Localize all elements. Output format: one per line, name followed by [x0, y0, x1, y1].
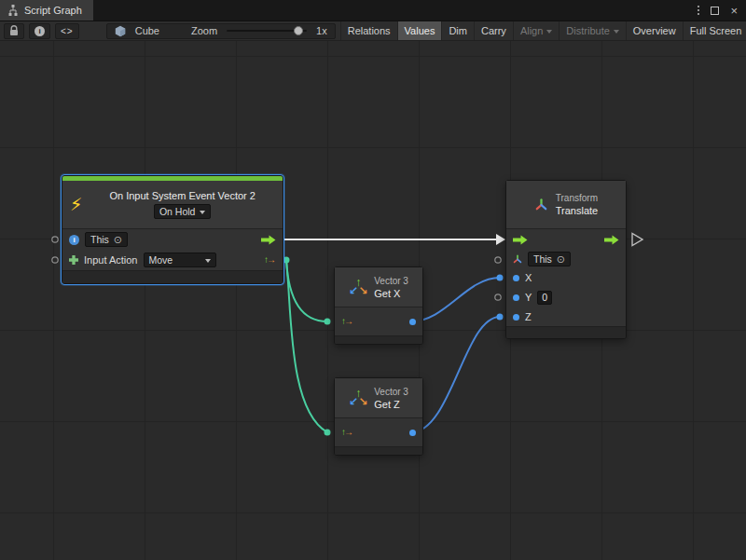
this-target-dropdown[interactable]: This ⊙ — [528, 252, 571, 266]
target-picker-icon: ⊙ — [114, 235, 122, 244]
align-button[interactable]: Align — [513, 21, 559, 40]
wire-getx-to-transform-x[interactable] — [411, 278, 500, 321]
carry-button[interactable]: Carry — [474, 21, 513, 40]
node-footer — [335, 335, 422, 344]
trigger-output-arrow[interactable] — [261, 235, 276, 245]
graph-toolbar: i <> Cube Zoom 1x Relations Values Dim C… — [0, 20, 746, 41]
target-picker-icon: ⊙ — [557, 254, 565, 264]
zoom-slider[interactable] — [227, 30, 307, 32]
port-y-label: Y — [525, 292, 532, 303]
script-graph-icon — [7, 5, 19, 16]
transform-trigger-out-indicator[interactable] — [632, 234, 642, 246]
node-footer — [506, 326, 626, 338]
event-node-header[interactable]: ⚡ On Input System Event Vector 2 On Hold — [62, 181, 283, 228]
relations-button[interactable]: Relations — [340, 21, 397, 40]
transform-this-ring-port[interactable] — [495, 257, 501, 263]
wire-vector2-to-getz[interactable] — [286, 260, 327, 432]
event-action-row: Input Action Move ↑→ — [62, 250, 283, 270]
overview-button[interactable]: Overview — [626, 21, 683, 40]
y-value-field[interactable]: 0 — [537, 291, 552, 305]
event-mode-dropdown[interactable]: On Hold — [154, 204, 212, 219]
node-on-input-system-event[interactable]: ⚡ On Input System Event Vector 2 On Hold… — [62, 175, 283, 284]
transform-trigger-row — [506, 229, 626, 250]
transform-y-row: Y 0 — [506, 287, 626, 307]
dim-button[interactable]: Dim — [441, 21, 474, 40]
transform-x-port[interactable] — [497, 275, 504, 281]
node-category: Transform — [556, 193, 598, 203]
close-icon[interactable]: × — [730, 5, 738, 17]
chevron-down-icon — [200, 211, 205, 214]
zoom-value: 1x — [316, 25, 327, 36]
node-footer — [62, 270, 283, 283]
input-action-icon — [69, 255, 78, 265]
transform-mini-icon — [513, 254, 522, 264]
values-button[interactable]: Values — [397, 21, 442, 40]
wire-vector2-to-getx[interactable] — [286, 260, 327, 321]
vector2-output-port[interactable] — [283, 257, 290, 264]
chevron-down-icon — [205, 259, 211, 263]
float-output-port[interactable] — [409, 430, 416, 436]
node-get-x[interactable]: ↑ ↙↘ Vector 3 Get X ↑→ — [334, 266, 423, 345]
getx-value-row: ↑→ — [335, 307, 422, 335]
transform-y-ring-port[interactable] — [495, 294, 501, 300]
node-title: Get Z — [374, 399, 400, 410]
getx-header[interactable]: ↑ ↙↘ Vector 3 Get X — [335, 267, 422, 307]
trigger-output-arrow[interactable] — [604, 235, 619, 245]
zoom-slider-handle[interactable] — [294, 26, 303, 35]
context-zoom-group: Cube Zoom 1x — [106, 23, 336, 39]
lock-button[interactable] — [4, 23, 24, 39]
vector3-icon: ↑ ↙↘ — [349, 279, 367, 295]
vector3-icon: ↑ ↙↘ — [349, 389, 367, 406]
distribute-button[interactable]: Distribute — [559, 21, 625, 40]
port-z-label: Z — [525, 311, 532, 322]
context-object-label[interactable]: Cube — [135, 25, 159, 36]
this-target-dropdown[interactable]: This ⊙ — [85, 232, 128, 247]
kebab-menu-icon[interactable] — [698, 6, 699, 15]
node-footer — [335, 446, 422, 455]
getz-input-port[interactable] — [325, 430, 331, 436]
graph-canvas[interactable]: ⚡ On Input System Event Vector 2 On Hold… — [0, 41, 746, 560]
object-info-icon: i — [69, 235, 79, 245]
node-title: On Input System Event Vector 2 — [109, 190, 256, 201]
trigger-input-arrow[interactable] — [513, 235, 528, 245]
transform-gizmo-icon — [534, 198, 548, 212]
window-controls: × — [698, 0, 746, 20]
transform-z-row: Z — [506, 307, 626, 326]
node-title: Translate — [556, 205, 598, 216]
tab-title: Script Graph — [24, 5, 82, 16]
input-action-dropdown[interactable]: Move — [144, 253, 216, 267]
script-graph-window: Script Graph × i <> Cube — [0, 0, 746, 560]
transform-x-row: X — [506, 268, 626, 287]
maximize-icon[interactable] — [711, 7, 719, 15]
node-get-z[interactable]: ↑ ↙↘ Vector 3 Get Z ↑→ — [334, 377, 423, 456]
node-category: Vector 3 — [374, 276, 408, 286]
transform-this-row: This ⊙ — [506, 250, 626, 268]
input-action-label: Input Action — [84, 254, 138, 266]
vector3-input-port-icon[interactable]: ↑→ — [341, 317, 353, 326]
fullscreen-button[interactable]: Full Screen — [683, 21, 746, 40]
code-icon: <> — [61, 26, 74, 36]
lock-icon — [9, 25, 19, 36]
vector3-input-port-icon[interactable]: ↑→ — [341, 428, 353, 437]
wire-trigger-arrowhead — [496, 234, 505, 245]
float-output-port[interactable] — [409, 319, 416, 325]
transform-z-port[interactable] — [497, 314, 504, 321]
event-this-row: i This ⊙ — [62, 229, 283, 250]
getz-header[interactable]: ↑ ↙↘ Vector 3 Get Z — [335, 378, 422, 417]
edit-source-button[interactable]: <> — [55, 23, 79, 39]
event-action-ring-port[interactable] — [52, 257, 58, 263]
tab-script-graph[interactable]: Script Graph — [0, 0, 93, 20]
event-this-ring-port[interactable] — [52, 237, 58, 242]
port-x-label: X — [525, 272, 532, 283]
inspect-button[interactable]: i — [29, 23, 50, 39]
y-input-port[interactable] — [513, 294, 519, 301]
x-input-port[interactable] — [513, 275, 519, 281]
z-input-port[interactable] — [513, 314, 519, 321]
chevron-down-icon — [614, 30, 619, 34]
transform-header[interactable]: Transform Translate — [506, 181, 626, 228]
wire-getz-to-transform-z[interactable] — [411, 317, 500, 432]
vector2-port-icon[interactable]: ↑→ — [264, 255, 276, 265]
getx-input-port[interactable] — [325, 319, 331, 325]
node-transform-translate[interactable]: Transform Translate — [505, 180, 627, 339]
cube-icon — [115, 25, 126, 37]
